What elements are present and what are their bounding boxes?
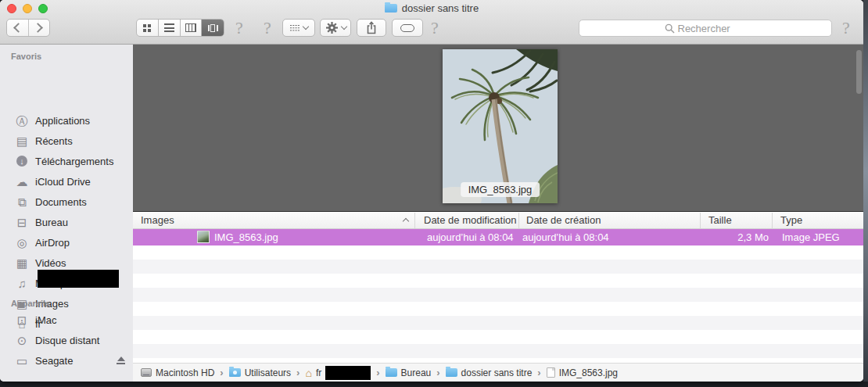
- row-size: 2,3 Mo: [708, 229, 769, 245]
- empty-list-rows: [133, 245, 863, 363]
- column-header-size[interactable]: Taille: [708, 213, 732, 228]
- sidebar-item-bureau[interactable]: ⊟ Bureau: [14, 212, 130, 232]
- sidebar-item-label: AirDrop: [35, 237, 70, 249]
- table-row-selected[interactable]: IMG_8563.jpg aujourd’hui à 08:04 aujourd…: [133, 229, 863, 245]
- forward-button[interactable]: [29, 20, 50, 36]
- sidebar-item-label: Seagate: [35, 355, 73, 367]
- breadcrumb-bureau[interactable]: Bureau: [386, 367, 432, 378]
- breadcrumb-dossier-sans-titre[interactable]: dossier sans titre: [446, 367, 533, 378]
- breadcrumb-separator: ›: [436, 367, 439, 378]
- file-thumbnail: [197, 231, 210, 243]
- chevron-right-icon: [33, 23, 43, 33]
- column-view-button[interactable]: [181, 20, 203, 36]
- music-note-icon: ♫: [14, 278, 30, 289]
- breadcrumb-macintosh-hd[interactable]: Macintosh HD: [141, 367, 214, 378]
- list-view-icon: [164, 23, 174, 32]
- share-icon: [365, 21, 378, 34]
- list-view-button[interactable]: [159, 20, 181, 36]
- icon-view-icon: [143, 24, 151, 32]
- external-drive-icon: ▭: [14, 355, 30, 367]
- folder-icon: [386, 368, 397, 377]
- documents-icon: ⧉: [14, 196, 30, 208]
- missing-toolbar-item-icon[interactable]: ?: [235, 19, 243, 37]
- sidebar-item-telechargements[interactable]: ↓ Téléchargements: [14, 151, 130, 171]
- folder-user-icon: [229, 368, 241, 377]
- icon-view-button[interactable]: [137, 20, 159, 36]
- sidebar-section-appareils: Appareils: [11, 299, 50, 308]
- column-divider: [518, 213, 519, 228]
- sidebar-item-icloud-drive[interactable]: ☁ iCloud Drive: [14, 171, 130, 192]
- column-header-date-created[interactable]: Date de création: [526, 213, 601, 228]
- search-input[interactable]: [678, 23, 747, 34]
- sidebar-item-label: Vidéos: [35, 257, 66, 269]
- breadcrumb-label: Bureau: [401, 367, 432, 378]
- applications-icon: Ⓐ: [14, 115, 30, 127]
- sidebar-section-favoris: Favoris: [11, 52, 41, 61]
- desktop-icon: ⊟: [14, 217, 30, 228]
- sidebar-item-seagate[interactable]: ▭ Seagate: [14, 350, 130, 371]
- arrange-grid-icon: [290, 25, 299, 31]
- row-type: Image JPEG: [782, 229, 840, 245]
- sidebar-item-recents[interactable]: ▤ Récents: [14, 131, 130, 151]
- sidebar-item-label: Téléchargements: [35, 156, 113, 167]
- gear-icon: [325, 21, 339, 34]
- help-placeholder-icon[interactable]: ?: [842, 19, 850, 37]
- sidebar-item-disque-distant[interactable]: ⊙ Disque distant: [14, 330, 130, 350]
- back-button[interactable]: [7, 20, 29, 36]
- column-divider: [772, 213, 773, 228]
- chevron-down-icon: [340, 23, 346, 30]
- coverflow-view-button[interactable]: [202, 20, 224, 36]
- sidebar-item-label: Documents: [35, 196, 87, 208]
- missing-toolbar-item-icon[interactable]: ?: [264, 19, 271, 37]
- sidebar-item-airdrop[interactable]: ◎ AirDrop: [14, 232, 130, 253]
- folder-icon: [385, 4, 397, 13]
- column-header-type[interactable]: Type: [780, 213, 802, 228]
- column-header-name[interactable]: Images: [141, 213, 174, 228]
- redaction-bar: [325, 366, 371, 380]
- home-icon: ⌂: [305, 367, 311, 378]
- column-header-date-modified[interactable]: Date de modification: [424, 213, 517, 228]
- coverflow-selected-image[interactable]: IMG_8563.jpg: [443, 49, 558, 203]
- sidebar-item-imac[interactable]: ⊡ iMac: [14, 310, 130, 330]
- breadcrumb-separator: ›: [537, 367, 540, 378]
- tag-icon: [400, 24, 414, 32]
- sidebar-item-label: iMac: [35, 314, 56, 326]
- breadcrumb-img-8563[interactable]: IMG_8563.jpg: [547, 367, 618, 378]
- row-date-modified: aujourd’hui à 08:04: [427, 229, 514, 245]
- breadcrumb-home[interactable]: ⌂ fr: [305, 366, 371, 380]
- breadcrumb-separator: ›: [296, 367, 299, 378]
- column-divider: [414, 213, 415, 228]
- window-title-row: dossier sans titre: [0, 2, 863, 14]
- sidebar: Favoris Ⓐ Applications ▤ Récents ↓ Téléc…: [0, 45, 133, 382]
- sidebar-item-label: Applications: [35, 115, 90, 127]
- airdrop-icon: ◎: [14, 237, 30, 249]
- sidebar-item-label: Bureau: [35, 217, 68, 228]
- sidebar-item-documents[interactable]: ⧉ Documents: [14, 192, 130, 212]
- arrange-button[interactable]: [282, 19, 315, 37]
- desktop-background: [863, 0, 868, 382]
- chevron-down-icon: [302, 23, 308, 30]
- coverflow-view-icon: [208, 24, 218, 32]
- tags-button[interactable]: [392, 19, 423, 37]
- share-button[interactable]: [357, 19, 386, 37]
- sort-ascending-icon: [403, 218, 409, 224]
- eject-icon[interactable]: [117, 357, 125, 364]
- missing-toolbar-item-icon[interactable]: ?: [431, 19, 439, 37]
- action-menu-button[interactable]: [320, 19, 351, 37]
- coverflow-file-label: IMG_8563.jpg: [461, 182, 540, 197]
- search-field[interactable]: [579, 20, 832, 37]
- window-title: dossier sans titre: [402, 2, 479, 14]
- palm-tree-photo: [443, 49, 558, 203]
- coverflow-scrollbar[interactable]: [856, 50, 862, 94]
- sidebar-item-label: iCloud Drive: [35, 176, 91, 188]
- breadcrumb-utilisateurs[interactable]: Utilisateurs: [229, 367, 291, 378]
- disc-icon: ⊙: [14, 335, 30, 346]
- breadcrumb-label: IMG_8563.jpg: [559, 367, 618, 378]
- sidebar-item-label: Récents: [35, 135, 73, 147]
- breadcrumb-separator: ›: [376, 367, 379, 378]
- row-file-name: IMG_8563.jpg: [214, 229, 278, 245]
- folder-icon: [446, 368, 457, 377]
- navigation-buttons: [6, 19, 50, 37]
- sidebar-item-applications[interactable]: Ⓐ Applications: [14, 110, 130, 131]
- coverflow-area: IMG_8563.jpg: [133, 45, 863, 212]
